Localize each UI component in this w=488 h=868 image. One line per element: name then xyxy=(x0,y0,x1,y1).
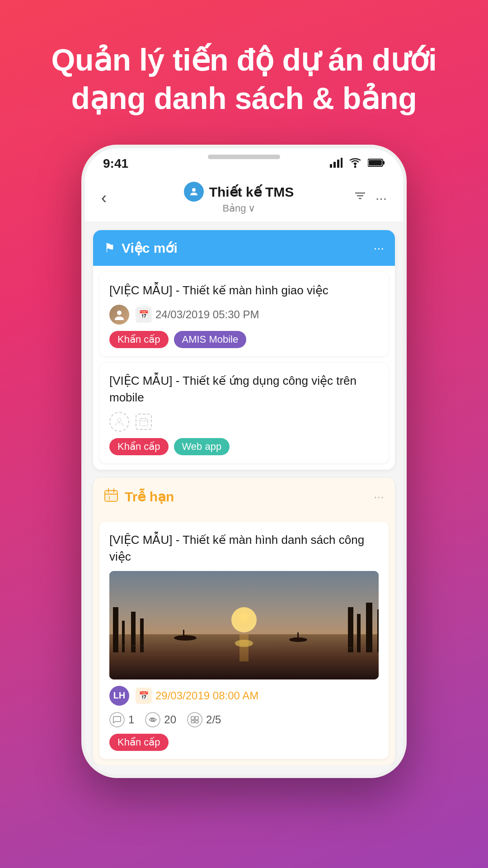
calendar-icon-1: 📅 xyxy=(136,307,152,323)
more-options-icon[interactable]: ··· xyxy=(375,190,387,206)
task-card-late[interactable]: [VIỆC MẪU] - Thiết kế màn hình danh sách… xyxy=(99,522,389,759)
header-subtitle[interactable]: Bảng ∨ xyxy=(222,203,255,214)
svg-point-29 xyxy=(174,635,197,641)
svg-rect-11 xyxy=(140,419,148,426)
battery-icon xyxy=(368,158,385,170)
section-viec-moi: ⚑ Việc mới ··· [VIỆC MẪU] - Thiết kế màn… xyxy=(93,230,395,470)
svg-rect-1 xyxy=(333,162,336,168)
task-avatar-placeholder-2 xyxy=(109,412,129,432)
section-title-tre-han: Trễ hạn xyxy=(125,489,174,505)
task-title-late: [VIỆC MẪU] - Thiết kế màn hình danh sách… xyxy=(109,532,379,565)
svg-rect-21 xyxy=(113,607,118,652)
svg-point-10 xyxy=(117,418,121,422)
bottom-padding xyxy=(85,765,403,774)
section-tre-han: ! Trễ hạn ··· [VIỆC MẪU] - Thiết kế màn … xyxy=(93,478,395,765)
comment-count: 1 xyxy=(128,713,134,726)
svg-text:!: ! xyxy=(108,495,110,502)
tag-web-app: Web app xyxy=(174,438,230,455)
svg-rect-12 xyxy=(105,491,117,501)
calendar-placeholder-icon xyxy=(136,414,152,430)
task-card-2[interactable]: [VIỆC MẪU] - Thiết kế ứng dụng công việc… xyxy=(99,363,389,463)
subtask-icon xyxy=(187,712,202,727)
project-avatar xyxy=(184,182,204,202)
comment-stat: 1 xyxy=(109,712,134,727)
headline-line2: dạng danh sách & bảng xyxy=(71,81,417,115)
task-stats-late: 1 20 xyxy=(109,712,379,727)
task-meta-2 xyxy=(109,412,379,432)
task-image-late xyxy=(109,571,379,679)
filter-icon[interactable] xyxy=(354,190,366,206)
section-header-viec-moi: ⚑ Việc mới ··· xyxy=(93,230,395,266)
task-avatar-1 xyxy=(109,305,129,325)
dropdown-arrow-icon: ∨ xyxy=(248,203,255,214)
svg-rect-40 xyxy=(191,721,194,723)
status-icons xyxy=(330,158,385,170)
svg-rect-7 xyxy=(369,160,382,165)
section-more-icon[interactable]: ··· xyxy=(374,241,384,255)
section-header-left: ⚑ Việc mới xyxy=(104,240,178,256)
back-button[interactable]: ‹ xyxy=(101,189,124,208)
svg-rect-28 xyxy=(377,609,379,652)
flag-icon: ⚑ xyxy=(104,241,115,255)
task-date-1: 📅 24/03/2019 05:30 PM xyxy=(136,307,259,323)
header-title-row: Thiết kế TMS xyxy=(184,182,294,202)
svg-rect-25 xyxy=(348,607,353,652)
avatar-lh: LH xyxy=(109,686,129,706)
section-more-orange-icon[interactable]: ··· xyxy=(374,490,384,504)
phone-mockup: 9:41 xyxy=(0,145,488,778)
svg-rect-32 xyxy=(297,632,299,640)
svg-rect-2 xyxy=(337,160,339,168)
phone-content: ⚑ Việc mới ··· [VIỆC MẪU] - Thiết kế màn… xyxy=(85,222,403,774)
task-date-placeholder-2 xyxy=(136,414,152,430)
calendar-orange-icon: 📅 xyxy=(136,688,152,704)
header-center: Thiết kế TMS Bảng ∨ xyxy=(184,182,294,214)
svg-point-8 xyxy=(192,188,196,192)
svg-rect-38 xyxy=(191,717,194,720)
notch-pill xyxy=(208,155,280,159)
svg-rect-39 xyxy=(195,717,198,720)
svg-point-9 xyxy=(117,311,122,315)
subtask-progress: 2/5 xyxy=(206,713,221,726)
headline-line1: Quản lý tiến độ dự án dưới xyxy=(52,42,437,77)
headline: Quản lý tiến độ dự án dưới dạng danh sác… xyxy=(0,0,488,145)
signal-icon xyxy=(330,158,343,170)
svg-rect-30 xyxy=(183,630,184,638)
task-tags-2: Khẩn cấp Web app xyxy=(109,438,379,455)
calendar-late-icon: ! xyxy=(104,488,118,505)
svg-point-4 xyxy=(354,166,357,168)
tag-khan-cap-1: Khẩn cấp xyxy=(109,331,169,348)
view-count: 20 xyxy=(164,713,176,726)
task-title-2: [VIỆC MẪU] - Thiết kế ứng dụng công việc… xyxy=(109,373,379,406)
svg-rect-41 xyxy=(195,721,198,723)
svg-rect-3 xyxy=(341,158,343,168)
phone-frame: 9:41 xyxy=(81,145,407,778)
section-header-tre-han: ! Trễ hạn ··· xyxy=(93,478,395,515)
status-time: 9:41 xyxy=(103,156,128,171)
task-card-1[interactable]: [VIỆC MẪU] - Thiết kế màn hình giao việc… xyxy=(99,272,389,356)
svg-point-16 xyxy=(231,607,257,632)
section-title: Việc mới xyxy=(122,240,178,256)
subtask-stat: 2/5 xyxy=(187,712,221,727)
task-title-1: [VIỆC MẪU] - Thiết kế màn hình giao việc xyxy=(109,282,379,298)
task-meta-1: 📅 24/03/2019 05:30 PM xyxy=(109,305,379,325)
svg-rect-27 xyxy=(366,603,372,652)
svg-rect-24 xyxy=(140,618,144,652)
svg-rect-26 xyxy=(357,614,361,652)
app-header: ‹ Thiết kế TMS Bảng ∨ xyxy=(85,175,403,222)
svg-rect-19 xyxy=(239,634,249,661)
svg-rect-6 xyxy=(383,161,385,165)
wifi-icon xyxy=(349,158,361,170)
tag-khan-cap-late: Khẩn cấp xyxy=(109,734,169,751)
tag-amis-mobile: AMIS Mobile xyxy=(174,331,247,348)
header-actions: ··· xyxy=(354,190,387,206)
task-tags-late: Khẩn cấp xyxy=(109,734,379,751)
status-bar: 9:41 xyxy=(85,148,403,175)
task-date-late: 📅 29/03/2019 08:00 AM xyxy=(136,688,258,704)
svg-rect-23 xyxy=(131,612,136,652)
comment-icon xyxy=(109,712,125,727)
project-title: Thiết kế TMS xyxy=(209,184,294,200)
task-meta-late: LH 📅 29/03/2019 08:00 AM xyxy=(109,686,379,706)
tag-khan-cap-2: Khẩn cấp xyxy=(109,438,169,455)
task-tags-1: Khẩn cấp AMIS Mobile xyxy=(109,331,379,348)
section-header-orange-left: ! Trễ hạn xyxy=(104,488,174,505)
